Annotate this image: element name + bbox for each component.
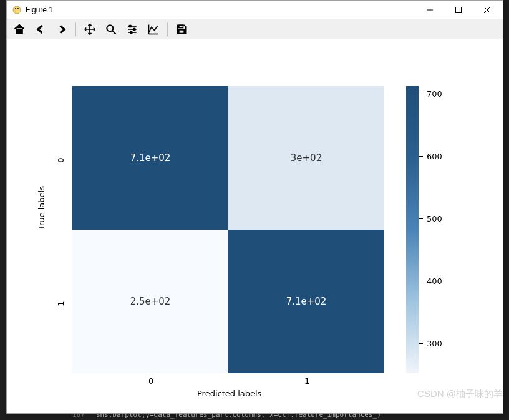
home-button[interactable] [11,21,28,38]
svg-point-0 [13,6,21,14]
figure-window: Figure 1 [6,0,503,414]
y-tick-0: 0 [56,157,65,162]
maximize-button[interactable] [444,1,473,19]
svg-point-13 [133,28,135,30]
svg-rect-4 [456,7,462,12]
axes-edit-button[interactable] [145,21,162,38]
colorbar-tick: 700 [419,89,442,99]
forward-button[interactable] [53,21,70,38]
save-button[interactable] [173,21,190,38]
svg-point-1 [15,8,16,9]
app-icon [12,5,22,15]
heatmap-cell-1-1: 7.1e+02 [228,230,384,373]
svg-point-7 [107,25,113,31]
x-axis-label: Predicted labels [197,389,261,398]
window-title: Figure 1 [26,6,415,14]
y-axis-label: True labels [37,186,46,230]
colorbar-tick: 600 [419,152,442,161]
svg-point-12 [129,25,131,27]
svg-rect-17 [179,25,183,27]
svg-point-2 [17,8,19,9]
colorbar-tick: 400 [419,276,442,286]
back-button[interactable] [32,21,49,38]
x-tick-0: 0 [148,376,153,386]
window-titlebar: Figure 1 [7,1,503,19]
heatmap-cell-1-0: 2.5e+02 [72,230,228,373]
heatmap-cell-0-1: 3e+02 [228,86,384,230]
figure-canvas[interactable]: 7.1e+02 3e+02 2.5e+02 7.1e+02 0 1 0 1 Tr… [7,39,503,413]
toolbar-separator [167,22,168,36]
svg-rect-18 [179,29,184,33]
colorbar-tick: 500 [419,214,442,223]
close-button[interactable] [473,1,502,19]
colorbar-tick: 300 [419,339,442,348]
toolbar-separator [75,22,76,36]
zoom-button[interactable] [102,21,120,38]
svg-line-8 [113,31,116,34]
heatmap-cell-0-0: 7.1e+02 [72,86,228,230]
y-tick-1: 1 [56,301,65,306]
matplotlib-toolbar [7,19,503,39]
x-tick-1: 1 [304,376,309,386]
pan-button[interactable] [81,21,99,38]
heatmap-axes: 7.1e+02 3e+02 2.5e+02 7.1e+02 [72,86,384,373]
minimize-button[interactable] [415,1,444,19]
window-controls [415,1,502,19]
subplots-config-button[interactable] [124,21,141,38]
colorbar [406,86,419,373]
svg-point-14 [130,31,132,33]
